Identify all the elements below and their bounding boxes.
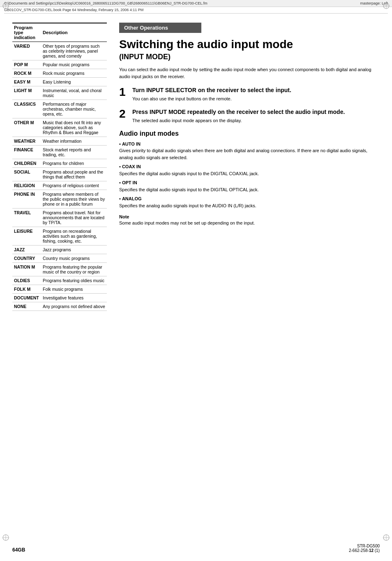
program-desc: Easy Listening [41,78,107,86]
program-type: RELIGION [12,181,41,190]
program-type: VARIED [12,42,41,60]
program-type: LEISURE [12,227,41,246]
step-1: 1 Turn INPUT SELECTOR on the receiver to… [119,86,380,102]
program-desc: Jazz programs [41,246,107,254]
program-type: NATION M [12,263,41,276]
program-desc: Programs featuring oldies music [41,276,107,285]
table-row: EASY MEasy Listening [12,78,107,86]
main-title: Switching the audio input mode [119,38,380,51]
step-2-number: 2 [119,108,128,124]
corner-mark-tl [2,2,9,11]
bullet-icon [119,141,122,146]
mode-name: OPT IN [122,180,137,185]
step-1-content: Turn INPUT SELECTOR on the receiver to s… [132,86,291,102]
program-type: NONE [12,302,41,311]
table-row: FOLK MFolk music programs [12,285,107,294]
program-type: FINANCE [12,146,41,159]
note-title: Note [119,214,129,219]
step-1-heading: Turn INPUT SELECTOR on the receiver to s… [132,86,291,94]
program-desc: Country music programs [41,254,107,263]
mode-name: AUTO IN [122,141,141,146]
page-content: Program type indication Description VARI… [0,14,392,319]
book-info: GB01COV_STR-DG700-CEL.book Page 64 Wedne… [4,8,388,14]
program-desc: Rock music programs [41,69,107,78]
mode-name: COAX IN [122,164,141,169]
program-type: COUNTRY [12,254,41,263]
mode-item: ANALOGSpecifies the analog audio signals… [119,195,380,209]
program-desc: Weather information [41,137,107,146]
program-type: JAZZ [12,246,41,254]
corner-mark-bl [2,534,9,542]
program-desc: Popular music programs [41,60,107,69]
page-footer: 64GB STR-DG5002-662-258-12 (1) [0,544,392,553]
mode-desc: Specifies the analog audio signals input… [119,203,256,208]
note-section: Note Some audio input modes may not be s… [119,214,380,227]
program-desc: Stock market reports and trading, etc. [41,146,107,159]
step-2-desc: The selected audio input mode appears on… [132,117,345,124]
program-type: LIGHT M [12,86,41,100]
program-desc: Other types of programs such as celebrit… [41,42,107,60]
program-type: SOCIAL [12,168,41,181]
table-row: LIGHT MInstrumental, vocal, and choral m… [12,86,107,100]
table-row: RELIGIONPrograms of religious content [12,181,107,190]
program-desc: Instrumental, vocal, and choral music [41,86,107,100]
step-2-content: Press INPUT MODE repeatedly on the recei… [132,108,345,124]
program-desc: Programs where members of the public exp… [41,190,107,209]
page-number: 64GB [12,547,25,553]
table-row: COUNTRYCountry music programs [12,254,107,263]
table-row: NONEAny programs not defined above [12,302,107,311]
corner-mark-tr [383,2,390,11]
intro-text: You can select the audio input mode by s… [119,66,380,80]
mode-item: COAX INSpecifies the digital audio signa… [119,163,380,177]
program-type: OTHER M [12,118,41,137]
corner-mark-br [383,534,390,542]
sub-title: (INPUT MODE) [119,53,380,61]
note-text: Some audio input modes may not be set up… [119,220,255,225]
mode-name: ANALOG [122,196,142,201]
program-type: CHILDREN [12,159,41,168]
mode-desc: Gives priority to digital audio signals … [119,148,367,160]
file-path: C:\Documents and Settings\pc13\Desktop\J… [4,1,208,5]
bullet-icon [119,180,122,185]
mode-item: OPT INSpecifies the digital audio signal… [119,179,380,193]
program-table: Program type indication Description VARI… [12,23,107,311]
table-row: NATION MPrograms featuring the popular m… [12,263,107,276]
program-type: FOLK M [12,285,41,294]
table-row: FINANCEStock market reports and trading,… [12,146,107,159]
program-desc: Programs for children [41,159,107,168]
step-1-number: 1 [119,86,128,102]
program-type: POP M [12,60,41,69]
step-1-desc: You can also use the input buttons on th… [132,95,291,102]
program-desc: Programs featuring the popular music of … [41,263,107,276]
right-column: Other Operations Switching the audio inp… [119,23,380,311]
table-row: JAZZJazz programs [12,246,107,254]
table-row: SOCIALPrograms about people and the thin… [12,168,107,181]
col-desc-header: Description [41,23,107,42]
bullet-icon [119,164,122,169]
model-number: STR-DG5002-662-258-12 (1) [349,544,380,553]
table-row: LEISUREPrograms on recreational activiti… [12,227,107,246]
mode-desc: Specifies the digital audio signals inpu… [119,171,259,176]
table-row: POP MPopular music programs [12,60,107,69]
modes-list: AUTO INGives priority to digital audio s… [119,141,380,209]
mode-item: AUTO INGives priority to digital audio s… [119,141,380,161]
table-row: PHONE INPrograms where members of the pu… [12,190,107,209]
program-type: EASY M [12,78,41,86]
mode-desc: Specifies the digital audio signals inpu… [119,187,259,192]
step-2-heading: Press INPUT MODE repeatedly on the recei… [132,108,345,116]
program-type: DOCUMENT [12,294,41,302]
table-row: OLDIESPrograms featuring oldies music [12,276,107,285]
table-row: VARIEDOther types of programs such as ce… [12,42,107,60]
table-row: CHILDRENPrograms for children [12,159,107,168]
program-desc: Programs about travel. Not for announcem… [41,209,107,227]
program-desc: Folk music programs [41,285,107,294]
col-type-header: Program type indication [12,23,41,42]
program-desc: Music that does not fit into any categor… [41,118,107,137]
program-desc: Programs of religious content [41,181,107,190]
program-type: CLASSICS [12,100,41,118]
program-type: WEATHER [12,137,41,146]
program-type: PHONE IN [12,190,41,209]
program-type: ROCK M [12,69,41,78]
audio-modes-title: Audio input modes [119,130,380,137]
program-type: OLDIES [12,276,41,285]
